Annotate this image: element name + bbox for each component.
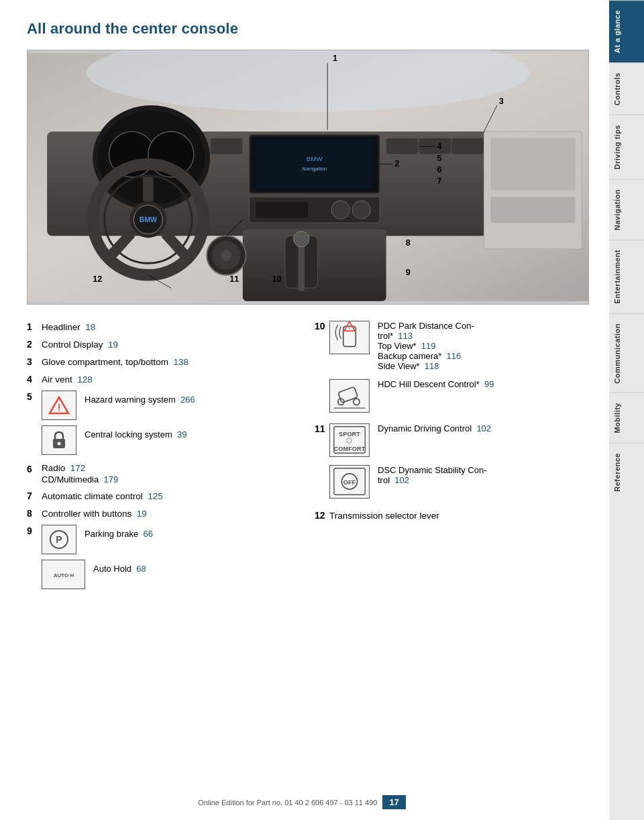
item-hdc: HDC Hill Descent Control* 99 (315, 379, 589, 413)
item-number-2: 2 (27, 338, 42, 350)
item-content-8: Controller with buttons 19 (42, 507, 301, 519)
svg-text:8: 8 (406, 238, 411, 248)
right-column: 10 ! PDC Park Distance Con- (315, 321, 589, 597)
page-number: 17 (382, 795, 405, 809)
svg-rect-17 (386, 138, 419, 154)
svg-text:5: 5 (437, 154, 441, 163)
item-9-row: 9 P Parking brake 66 (27, 525, 301, 592)
item-label-3: Glove compartment, top/bottom 138 (42, 357, 189, 367)
footer-text: Online Edition for Part no. 01 40 2 606 … (198, 799, 377, 807)
sport-content: Dynamic Driving Control 102 (378, 423, 589, 433)
item-content-5: ! Hazard warning system 266 (42, 391, 301, 458)
dsc-label-1: DSC Dynamic Stability Con- (378, 465, 589, 475)
hdc-label: HDC Hill Descent Control* 99 (378, 379, 589, 389)
sidebar-tab-reference[interactable]: Reference (609, 443, 644, 501)
svg-text:11: 11 (229, 274, 239, 284)
pdc-content: PDC Park Distance Con- trol* 113 Top Vie… (378, 321, 589, 371)
item-label-1: Headliner 18 (42, 322, 95, 332)
dsc-icon-box: OFF (329, 465, 370, 499)
item-label-4: Air vent 128 (42, 374, 93, 385)
dsc-label-2: trol 102 (378, 475, 589, 485)
svg-rect-16 (210, 138, 243, 154)
svg-text:!: ! (349, 325, 351, 331)
svg-text:Navigation: Navigation (302, 166, 327, 172)
item-1: 1 Headliner 18 (27, 321, 301, 333)
sidebar-tab-driving-tips[interactable]: Driving tips (609, 115, 644, 179)
item-dsc: OFF DSC Dynamic Stability Con- trol 102 (315, 465, 589, 499)
item-10: 10 ! PDC Park Distance Con- (315, 321, 589, 371)
item-4: 4 Air vent 128 (27, 373, 301, 385)
hazard-icon-box: ! (42, 391, 76, 420)
svg-point-59 (58, 442, 61, 446)
car-image: BMW Navigation BMW (27, 50, 589, 305)
svg-rect-18 (419, 138, 451, 154)
sidebar-tab-mobility[interactable]: Mobility (609, 393, 644, 443)
svg-text:12: 12 (93, 274, 102, 284)
svg-rect-36 (490, 138, 575, 191)
svg-point-34 (221, 250, 232, 261)
item-content-1: Headliner 18 (42, 321, 301, 333)
svg-rect-37 (490, 197, 575, 223)
item-content-2: Control Display 19 (42, 338, 301, 350)
item-label-6a: Radio 172 (42, 463, 301, 473)
item-number-6: 6 (27, 463, 42, 474)
item-number-8: 8 (27, 507, 42, 519)
autoh-label: Auto Hold 68 (93, 560, 146, 574)
svg-rect-9 (256, 140, 373, 189)
svg-rect-13 (256, 202, 308, 217)
svg-text:BMW: BMW (307, 155, 323, 162)
svg-rect-66 (338, 387, 358, 403)
left-column: 1 Headliner 18 2 Control Display 19 3 Gl… (27, 321, 301, 597)
item-number-9: 9 (27, 525, 42, 536)
svg-text:BMW: BMW (139, 215, 158, 223)
lock-label: Central locking system 39 (85, 425, 186, 440)
pdc-label-5: Side View* 118 (378, 361, 589, 371)
item-ref-3[interactable]: 138 (174, 357, 189, 367)
sidebar-tab-at-a-glance[interactable]: At a glance (609, 0, 644, 62)
item-ref-4[interactable]: 128 (77, 374, 93, 385)
dsc-content: DSC Dynamic Stability Con- trol 102 (378, 465, 589, 485)
hdc-icon-box (329, 379, 370, 413)
svg-text:OFF: OFF (343, 480, 356, 486)
item-content-6: Radio 172 CD/Multimedia 179 (42, 463, 301, 484)
sport-icon-box: SPORT ⬡ COMFORT (329, 423, 370, 457)
svg-text:⬡: ⬡ (347, 438, 353, 445)
item-ref-2[interactable]: 19 (108, 340, 118, 350)
pdc-label-1: PDC Park Distance Con- (378, 321, 589, 331)
item-content-7: Automatic climate control 125 (42, 490, 301, 502)
item-9b: AUTO H Auto Hold 68 (42, 560, 301, 589)
item-8: 8 Controller with buttons 19 (27, 507, 301, 519)
item-2: 2 Control Display 19 (27, 338, 301, 350)
svg-point-31 (294, 232, 309, 247)
item-number-12: 12 (315, 509, 329, 521)
item-number-4: 4 (27, 373, 42, 385)
svg-text:P: P (56, 534, 62, 545)
pdc-label-3: Top View* 119 (378, 341, 589, 351)
item-label-7: Automatic climate control 125 (42, 491, 163, 501)
item-number-1: 1 (27, 321, 42, 332)
content-grid: 1 Headliner 18 2 Control Display 19 3 Gl… (27, 321, 589, 597)
sidebar-tab-controls[interactable]: Controls (609, 62, 644, 115)
hazard-label: Hazard warning system 266 (85, 391, 195, 405)
item-number-10: 10 (315, 321, 329, 331)
item-content-9: P Parking brake 66 AUTO H (42, 525, 301, 592)
page-title: All around the center console (27, 20, 589, 38)
sport-label: Dynamic Driving Control 102 (378, 423, 589, 433)
item-label-12: Transmission selector lever (329, 511, 439, 521)
item-number-11: 11 (315, 423, 329, 434)
item-content-3: Glove compartment, top/bottom 138 (42, 356, 301, 368)
sidebar-tab-navigation[interactable]: Navigation (609, 179, 644, 240)
item-ref-1[interactable]: 18 (85, 322, 95, 332)
lock-icon-box (42, 425, 76, 455)
svg-text:4: 4 (437, 142, 441, 151)
sidebar-tab-communication[interactable]: Communication (609, 313, 644, 393)
svg-text:1: 1 (333, 54, 337, 63)
sidebar: At a glance Controls Driving tips Naviga… (609, 0, 644, 820)
item-6: 6 Radio 172 CD/Multimedia 179 (27, 463, 301, 484)
svg-text:!: ! (58, 402, 61, 413)
parking-label: Parking brake 66 (85, 525, 153, 539)
pdc-label-4: Backup camera* 116 (378, 351, 589, 361)
item-content-4: Air vent 128 (42, 373, 301, 385)
item-label-2: Control Display 19 (42, 340, 118, 350)
sidebar-tab-entertainment[interactable]: Entertainment (609, 240, 644, 313)
